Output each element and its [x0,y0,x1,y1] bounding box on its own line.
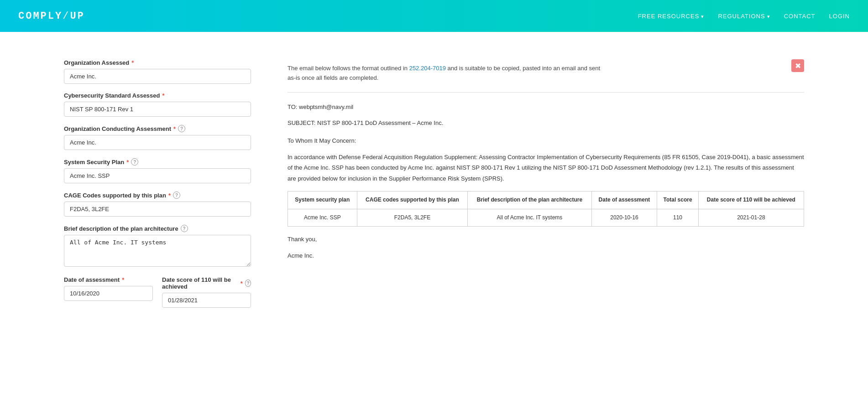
ssp-help-icon[interactable]: ? [131,158,138,166]
table-cell-date: 2020-10-16 [591,209,657,227]
architecture-group: Brief description of the plan architectu… [64,225,251,268]
nav-free-resources[interactable]: FREE RESOURCES [638,13,705,20]
org-assessed-label: Organization Assessed * [64,59,251,66]
table-header-ssp: System security plan [288,191,357,209]
required-star-4: * [126,159,129,166]
date-assessment-label: Date of assessment * [64,276,153,283]
table-header-cage: CAGE codes supported by this plan [357,191,468,209]
main-content: Organization Assessed * Cybersecurity St… [0,32,868,326]
email-subject: SUBJECT: NIST SP 800-171 DoD Assessment … [288,118,804,128]
table-cell-score: 110 [657,209,698,227]
regulation-link[interactable]: 252.204-7019 [409,65,446,72]
email-to: TO: webptsmh@navy.mil [288,102,804,112]
email-header: TO: webptsmh@navy.mil SUBJECT: NIST SP 8… [288,102,804,129]
ssp-input[interactable] [64,168,251,183]
preview-table: System security plan CAGE codes supporte… [288,191,804,227]
table-header-row: System security plan CAGE codes supporte… [288,191,804,209]
nav-contact[interactable]: CONTACT [784,13,816,20]
architecture-label: Brief description of the plan architectu… [64,225,251,232]
preview-body: TO: webptsmh@navy.mil SUBJECT: NIST SP 8… [288,102,804,261]
preview-intro: The email below follows the format outli… [288,64,607,83]
table-header-achieved: Date score of 110 will be achieved [698,191,804,209]
navigation: FREE RESOURCES REGULATIONS CONTACT LOGIN [638,13,850,20]
required-star: * [131,59,134,66]
required-star-5: * [168,192,171,199]
date-score-group: Date score of 110 will be achieved * ? [162,276,251,308]
form-panel: Organization Assessed * Cybersecurity St… [64,59,251,308]
table-cell-achieved: 2021-01-28 [698,209,804,227]
cage-group: CAGE Codes supported by this plan * ? [64,192,251,217]
table-cell-cage: F2DA5, 3L2FE [357,209,468,227]
date-score-help-icon[interactable]: ? [245,280,251,287]
table-cell-ssp: Acme Inc. SSP [288,209,357,227]
required-star-2: * [162,92,165,99]
cage-input[interactable] [64,202,251,217]
ssp-label: System Security Plan * ? [64,158,251,166]
org-conducting-label: Organization Conducting Assessment * ? [64,125,251,132]
required-star-6: * [122,276,124,283]
org-conducting-help-icon[interactable]: ? [178,125,185,132]
email-closing1: Thank you, [288,234,804,244]
close-button[interactable]: ✖ [791,59,804,72]
email-greeting: To Whom It May Concern: [288,135,804,146]
ssp-group: System Security Plan * ? [64,158,251,183]
cyber-standard-label: Cybersecurity Standard Assessed * [64,92,251,99]
nav-login[interactable]: LOGIN [829,13,850,20]
cyber-standard-group: Cybersecurity Standard Assessed * [64,92,251,117]
required-star-7: * [241,280,243,287]
date-score-label: Date score of 110 will be achieved * ? [162,276,251,290]
cage-help-icon[interactable]: ? [173,192,180,199]
nav-regulations[interactable]: REGULATIONS [718,13,770,20]
org-conducting-group: Organization Conducting Assessment * ? [64,125,251,150]
architecture-help-icon[interactable]: ? [181,225,188,232]
required-star-3: * [173,125,176,132]
org-assessed-input[interactable] [64,69,251,84]
preview-panel: ✖ The email below follows the format out… [288,59,804,308]
logo: COMPLY/UP [18,10,85,22]
date-assessment-group: Date of assessment * [64,276,153,301]
table-cell-arch: All of Acme Inc. IT systems [468,209,591,227]
date-assessment-input[interactable] [64,286,153,301]
org-conducting-input[interactable] [64,135,251,150]
date-row: Date of assessment * Date score of 110 w… [64,276,251,308]
cage-label: CAGE Codes supported by this plan * ? [64,192,251,199]
org-assessed-group: Organization Assessed * [64,59,251,84]
architecture-textarea[interactable]: All of Acme Inc. IT systems [64,235,251,267]
cyber-standard-input[interactable] [64,102,251,117]
email-body: In accordance with Defense Federal Acqui… [288,152,804,184]
table-header-score: Total score [657,191,698,209]
date-score-input[interactable] [162,293,251,308]
table-header-date: Date of assessment [591,191,657,209]
table-row: Acme Inc. SSP F2DA5, 3L2FE All of Acme I… [288,209,804,227]
header: COMPLY/UP FREE RESOURCES REGULATIONS CON… [0,0,868,32]
table-header-arch: Brief description of the plan architectu… [468,191,591,209]
email-closing2: Acme Inc. [288,250,804,261]
preview-divider [288,92,804,93]
